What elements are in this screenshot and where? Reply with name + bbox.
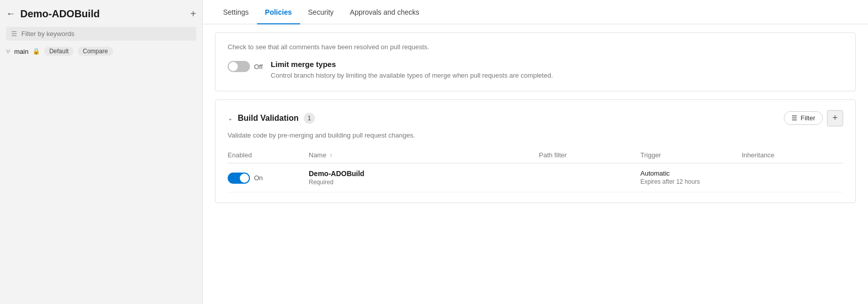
tabs-nav: Settings Policies Security Approvals and…	[203, 0, 868, 24]
row-toggle[interactable]: On	[228, 173, 263, 184]
section-actions: ☰ Filter +	[784, 110, 843, 126]
row-trigger-label: Automatic	[640, 170, 742, 177]
sidebar-title: Demo-ADOBuild	[20, 8, 185, 20]
tab-policies[interactable]: Policies	[257, 0, 300, 24]
filter-input[interactable]	[21, 30, 191, 38]
toggle-knob	[229, 62, 238, 71]
section-header: ⌄ Build Validation 1 ☰ Filter +	[228, 110, 843, 126]
table-row: On Demo-ADOBuild Required Automatic Expi…	[228, 163, 843, 192]
col-inheritance: Inheritance	[742, 151, 843, 159]
sidebar-header: ← Demo-ADOBuild +	[6, 8, 196, 20]
top-hint-text: Check to see that all comments have been…	[228, 43, 843, 51]
policy-text: Limit merge types Control branch history…	[271, 60, 843, 81]
lock-icon: 🔒	[32, 48, 40, 55]
toggle-label-off: Off	[254, 63, 263, 71]
back-button[interactable]: ←	[6, 9, 15, 19]
col-name: Name ↑	[309, 151, 539, 159]
content-area: Check to see that all comments have been…	[203, 24, 868, 304]
add-validation-button[interactable]: +	[827, 110, 843, 126]
build-validation-count: 1	[304, 113, 315, 124]
add-button[interactable]: +	[190, 8, 196, 20]
row-name-sub: Required	[309, 179, 539, 186]
row-trigger-sub: Expires after 12 hours	[640, 178, 742, 185]
toggle-label-on: On	[254, 174, 263, 182]
table-header: Enabled Name ↑ Path filter Trigger Inher…	[228, 147, 843, 163]
branch-row: ⑂ main 🔒 Default Compare	[6, 47, 196, 56]
col-path-filter: Path filter	[539, 151, 640, 159]
branch-name: main	[14, 48, 28, 55]
limit-merge-types-card: Check to see that all comments have been…	[215, 32, 856, 91]
collapse-icon[interactable]: ⌄	[228, 115, 233, 122]
sort-arrow: ↑	[330, 152, 333, 158]
filter-button[interactable]: ☰ Filter	[784, 111, 823, 125]
toggle-knob-on	[240, 174, 249, 183]
branch-icon: ⑂	[6, 48, 10, 55]
filter-btn-label: Filter	[801, 114, 815, 122]
row-name-bold: Demo-ADOBuild	[309, 170, 539, 178]
tab-approvals[interactable]: Approvals and checks	[342, 0, 427, 24]
section-title-row: ⌄ Build Validation 1	[228, 113, 315, 124]
col-trigger: Trigger	[640, 151, 742, 159]
build-validation-card: ⌄ Build Validation 1 ☰ Filter + Validate…	[215, 99, 856, 203]
row-name: Demo-ADOBuild Required	[309, 170, 539, 186]
filter-box: ☰	[6, 27, 196, 41]
default-tag[interactable]: Default	[44, 47, 74, 56]
build-validation-desc: Validate code by pre-merging and buildin…	[228, 131, 843, 139]
policy-desc: Control branch history by limiting the a…	[271, 71, 843, 81]
row-trigger: Automatic Expires after 12 hours	[640, 170, 742, 185]
policy-title: Limit merge types	[271, 60, 843, 69]
build-validation-title: Build Validation	[238, 114, 299, 123]
filter-icon-btn: ☰	[791, 114, 798, 122]
row-enabled: On	[228, 172, 309, 184]
compare-tag[interactable]: Compare	[78, 47, 113, 56]
tab-security[interactable]: Security	[300, 0, 342, 24]
policy-row: Off Limit merge types Control branch his…	[228, 60, 843, 81]
toggle-switch-off[interactable]	[228, 61, 250, 72]
limit-merge-toggle[interactable]: Off	[228, 61, 263, 72]
col-enabled: Enabled	[228, 151, 309, 159]
sidebar: ← Demo-ADOBuild + ☰ ⑂ main 🔒 Default Com…	[0, 0, 203, 304]
toggle-switch-on[interactable]	[228, 173, 250, 184]
filter-icon: ☰	[11, 30, 17, 38]
main-content: Settings Policies Security Approvals and…	[203, 0, 868, 304]
tab-settings[interactable]: Settings	[215, 0, 257, 24]
